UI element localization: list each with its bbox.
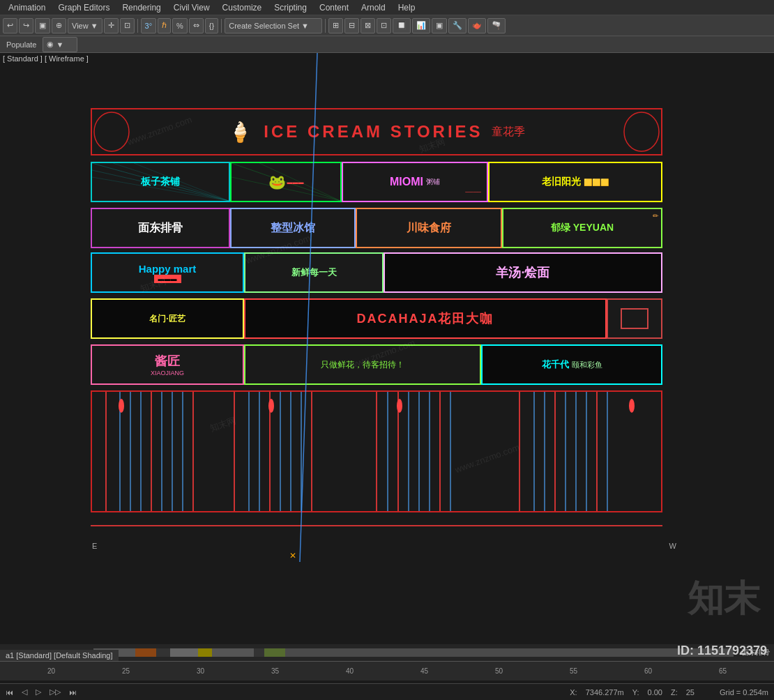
coords-icon-5[interactable]: ⏭ (69, 688, 77, 697)
svg-line-6 (232, 163, 340, 201)
tool-h[interactable]: 🔧 (448, 18, 466, 33)
shop-name-10: 新鲜每一天 (291, 266, 337, 279)
shop-row-4: 名门·匠艺 DACAHAJA花田大咖 (91, 298, 662, 339)
shop-name-1: 板子茶铺 (141, 176, 180, 188)
view-label: View (72, 22, 89, 30)
shop-name-13: DACAHAJA花田大咖 (356, 310, 494, 327)
ruler-tick-30: 30 (163, 667, 238, 675)
ruler-tick-65: 65 (685, 667, 760, 675)
coords-icon-3[interactable]: ▷ (36, 687, 41, 697)
coords-icon-4[interactable]: ▷▷ (50, 687, 61, 697)
windows-storefront-row (91, 390, 662, 512)
coords-icon-2[interactable]: ◁ (22, 687, 27, 697)
window-section-2 (235, 392, 378, 511)
shop-sub-3: 粥铺 (426, 177, 440, 187)
shop-name-14a: 酱匠 (155, 353, 180, 370)
populate-label-btn: Populate (3, 37, 40, 52)
percent-btn[interactable]: % (172, 18, 188, 33)
tool-b[interactable]: ⊟ (344, 18, 359, 33)
ruler-tick-60: 60 (611, 667, 685, 675)
move-btn[interactable]: ✛ (104, 18, 119, 33)
menu-civil-view[interactable]: Civil View (168, 1, 215, 14)
ts-8 (264, 648, 285, 657)
shop-chuanwei: 川味食府 (356, 208, 502, 248)
shop-name-15: 只做鲜花，待客招待！ (321, 359, 404, 371)
shop-name-14b: XIAOJIANG (151, 370, 184, 376)
stripes-4 (520, 392, 662, 511)
viewport-label: [ Standard ] [ Wireframe ] (3, 54, 89, 63)
selection-set-label: Create Selection Set (229, 22, 299, 30)
shop-xinxian: 新鲜每一天 (244, 252, 384, 293)
ruler-tick-45: 45 (387, 667, 462, 675)
shop-row-2: 面东排骨 整型冰馆 川味食府 郁绿 YEYUAN ✏ (91, 208, 662, 248)
ruler-tick-25: 25 (89, 667, 163, 675)
select2-btn[interactable]: ⊕ (52, 18, 66, 33)
shop-name-9: Happy mart (139, 263, 197, 275)
lantern-3 (397, 399, 402, 413)
bottom-tab[interactable]: a1 [Standard] [Default Shading] (0, 650, 119, 661)
curve-btn[interactable]: ℏ (158, 18, 171, 33)
dropdown-arrow: ▼ (91, 22, 98, 30)
shop-miomi: MIOMI 粥铺 ──── (342, 162, 488, 202)
tool-f[interactable]: 📊 (412, 18, 430, 33)
sep2 (221, 19, 222, 33)
lantern-1 (119, 399, 124, 413)
populate-arrow: ▼ (56, 40, 63, 49)
window-section-1 (92, 392, 235, 511)
populate-dropdown[interactable]: ◉ ▼ (43, 37, 77, 52)
tool-d[interactable]: ⊡ (377, 18, 391, 33)
undo-btn[interactable]: ↩ (3, 18, 17, 33)
x-label: X: (570, 688, 577, 697)
menu-graph-editors[interactable]: Graph Editors (52, 1, 115, 14)
shop-mingmen: 名门·匠艺 (91, 298, 244, 339)
shop-empty (607, 298, 662, 339)
arrow-btn[interactable]: ⇔ (189, 18, 204, 33)
shop-name-12: 名门·匠艺 (149, 313, 185, 325)
ruler-tick-20: 20 (14, 667, 89, 675)
ts-6 (212, 648, 254, 657)
create-selection-set[interactable]: Create Selection Set ▼ (225, 18, 322, 33)
select-btn[interactable]: ▣ (35, 18, 50, 33)
happymart-content: Happy mart ▬▬▬ (139, 263, 197, 283)
shop-miandong: 面东排骨 (91, 208, 230, 248)
tool-i[interactable]: 🫖 (468, 18, 486, 33)
tool-c[interactable]: ⊠ (361, 18, 375, 33)
y-value: 0.00 (648, 688, 662, 697)
ruler-bottom: 20 25 30 35 40 45 50 55 60 65 (0, 661, 774, 680)
shop-badge-9: ▬▬▬ (154, 275, 181, 283)
window-section-4 (520, 392, 662, 511)
grid-info: Grid = 0.254m (720, 688, 768, 697)
coords-icon-1[interactable]: ⏮ (6, 688, 13, 697)
tool3[interactable]: ⊡ (120, 18, 135, 33)
frog-icon: 🐸 (268, 174, 286, 190)
tool-e[interactable]: 🔲 (393, 18, 411, 33)
shop-bar: ▬▬▬ (287, 179, 304, 185)
num3d[interactable]: 3° (141, 18, 157, 33)
menu-help[interactable]: Help (393, 1, 421, 14)
menu-customize[interactable]: Customize (217, 1, 268, 14)
shop-name-3: MIOMI (390, 176, 423, 188)
secondary-toolbar: Populate ◉ ▼ (0, 36, 774, 53)
menu-arnold[interactable]: Arnold (356, 1, 391, 14)
tool-g[interactable]: ▣ (432, 18, 447, 33)
sep3 (325, 19, 326, 33)
stripes-1 (92, 392, 234, 511)
shop-icons-4: 🟨🟨🟨 (584, 178, 609, 186)
menu-scripting[interactable]: Scripting (268, 1, 312, 14)
lantern-4 (629, 399, 635, 413)
populate-option: ◉ (47, 40, 54, 49)
jiangjiang-content: 酱匠 XIAOJIANG (151, 353, 184, 376)
shop-jiangjiang: 酱匠 XIAOJIANG (91, 344, 244, 385)
e-marker: E (92, 542, 97, 550)
menu-animation[interactable]: Animation (3, 1, 51, 14)
tool-a[interactable]: ⊞ (328, 18, 343, 33)
stripes-2 (235, 392, 377, 511)
view-dropdown[interactable]: View ▼ (68, 18, 103, 33)
shop-dacahaja: DACAHAJA花田大咖 (244, 298, 607, 339)
ice-cream-chinese: 童花季 (492, 125, 525, 139)
bracket-btn[interactable]: {} (205, 18, 218, 33)
tool-j[interactable]: 🫗 (487, 18, 506, 33)
menu-rendering[interactable]: Rendering (116, 1, 166, 14)
redo-btn[interactable]: ↪ (19, 18, 33, 33)
menu-content[interactable]: Content (314, 1, 354, 14)
